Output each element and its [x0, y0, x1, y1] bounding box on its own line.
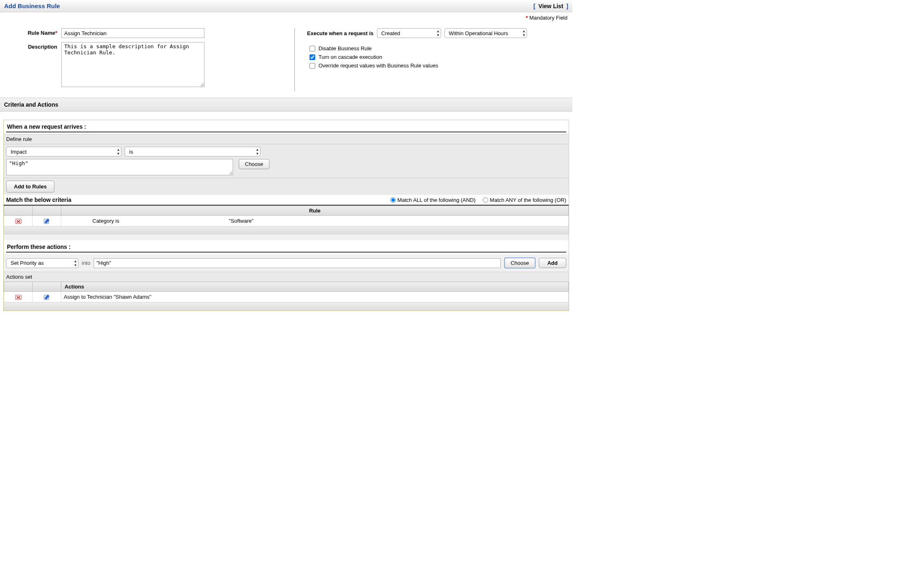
action-select[interactable]: Set Priority as	[7, 259, 78, 268]
when-arrives-heading: When a new request arrives :	[6, 122, 566, 132]
criteria-operator-select[interactable]: is	[125, 147, 260, 156]
match-criteria-label: Match the below criteria	[6, 197, 71, 203]
execute-label: Execute when a request is	[307, 30, 374, 36]
match-all-radio[interactable]	[390, 197, 396, 203]
disable-checkbox-row: Disable Business Rule	[309, 45, 568, 51]
add-to-rules-row: Add to Rules	[4, 178, 569, 195]
action-text-cell: Assign to Technician "Shawn Adams"	[61, 292, 569, 302]
rule-footer-row	[4, 226, 569, 235]
rules-table-header-blank1	[4, 206, 33, 216]
view-list-text: View List	[538, 3, 563, 9]
upper-section: Rule Name* Description This is a sample …	[0, 22, 572, 98]
delete-icon[interactable]	[15, 294, 22, 300]
page-title: Add Business Rule	[4, 2, 60, 9]
required-star-icon: *	[55, 30, 57, 36]
match-criteria-row: Match the below criteria Match ALL of th…	[4, 195, 569, 206]
criteria-operator-select-wrap: is ▴▾	[125, 147, 260, 157]
define-rule-label: Define rule	[4, 134, 569, 144]
disable-label[interactable]: Disable Business Rule	[318, 45, 372, 51]
override-checkbox[interactable]	[309, 63, 315, 69]
criteria-container: When a new request arrives : Define rule…	[0, 112, 572, 314]
delete-action-cell	[4, 292, 33, 302]
left-column: Rule Name* Description This is a sample …	[8, 28, 290, 91]
match-any-radio-item: Match ANY of the following (OR)	[483, 197, 566, 203]
edit-icon[interactable]	[44, 294, 50, 300]
rule-name-label: Rule Name*	[8, 28, 61, 38]
override-label[interactable]: Override request values with Business Ru…	[318, 63, 438, 69]
match-all-radio-item: Match ALL of the following (AND)	[390, 197, 475, 203]
edit-action-cell	[33, 292, 61, 302]
criteria-inner: When a new request arrives : Define rule…	[3, 120, 569, 311]
cascade-checkbox[interactable]	[309, 54, 315, 60]
cascade-checkbox-row: Turn on cascade execution	[309, 54, 568, 60]
description-label: Description	[8, 42, 61, 87]
disable-checkbox[interactable]	[309, 46, 315, 51]
actions-table-header-blank1	[4, 282, 33, 292]
bracket-right: ]	[563, 3, 568, 9]
cascade-label[interactable]: Turn on cascade execution	[318, 54, 382, 60]
into-label: into	[82, 260, 90, 266]
bracket-left: [	[534, 3, 538, 9]
when-arrives-band: When a new request arrives :	[4, 120, 569, 134]
choose-action-button[interactable]: Choose	[504, 257, 536, 268]
choose-criteria-button[interactable]: Choose	[239, 159, 269, 169]
delete-rule-cell	[4, 216, 33, 226]
match-any-label[interactable]: Match ANY of the following (OR)	[490, 197, 566, 203]
header-bar: Add Business Rule [ View List ]	[0, 0, 572, 12]
define-selects-row: Impact ▴▾ is ▴▾	[4, 144, 569, 159]
criteria-field-select[interactable]: Impact	[7, 147, 121, 156]
edit-icon[interactable]	[44, 218, 50, 224]
actions-table-header-blank2	[33, 282, 61, 292]
rule-field-text: Category is	[64, 218, 227, 224]
actions-set-label: Actions set	[4, 272, 569, 282]
criteria-field-select-wrap: Impact ▴▾	[6, 147, 121, 157]
actions-define-row: Set Priority as ▴▾ into Choose Add	[4, 254, 569, 272]
view-list-link[interactable]: [ View List ]	[534, 3, 568, 9]
actions-table-header-actions: Actions	[61, 282, 569, 292]
define-value-row: "High" Choose	[4, 159, 569, 178]
edit-rule-cell	[33, 216, 61, 226]
criteria-actions-header: Criteria and Actions	[0, 98, 572, 112]
divider	[6, 252, 566, 253]
divider	[6, 132, 566, 132]
rule-row: Category is "Software"	[4, 216, 569, 226]
rule-value-text: "Software"	[229, 218, 254, 224]
right-column: Execute when a request is Created ▴▾ Wit…	[294, 28, 568, 91]
action-row: Assign to Technician "Shawn Adams"	[4, 292, 569, 302]
rules-table-header-rule: Rule	[61, 206, 569, 216]
hours-select-wrap: Within Operational Hours ▴▾	[444, 28, 527, 38]
mandatory-star-icon: *	[526, 15, 528, 21]
description-textarea[interactable]: This is a sample description for Assign …	[61, 42, 204, 87]
perform-actions-heading: Perform these actions :	[6, 242, 566, 252]
rules-table: Rule	[4, 206, 569, 235]
mandatory-text: Mandatory Field	[529, 15, 567, 21]
action-footer-row	[4, 302, 569, 311]
add-to-rules-button[interactable]: Add to Rules	[6, 181, 54, 192]
description-row: Description This is a sample description…	[8, 42, 290, 87]
match-all-label[interactable]: Match ALL of the following (AND)	[397, 197, 475, 203]
rule-text-cell: Category is "Software"	[61, 216, 569, 226]
hours-select[interactable]: Within Operational Hours	[445, 29, 527, 38]
add-action-button[interactable]: Add	[539, 258, 566, 268]
perform-actions-band: Perform these actions :	[4, 240, 569, 254]
trigger-select-wrap: Created ▴▾	[377, 28, 441, 38]
action-select-wrap: Set Priority as ▴▾	[6, 258, 78, 268]
criteria-value-textarea[interactable]: "High"	[6, 159, 233, 175]
rules-table-header-blank2	[33, 206, 61, 216]
match-any-radio[interactable]	[483, 197, 488, 203]
match-options: Match ALL of the following (AND) Match A…	[390, 197, 566, 203]
actions-table: Actions	[4, 282, 569, 311]
rule-name-input[interactable]	[61, 28, 204, 38]
execute-row: Execute when a request is Created ▴▾ Wit…	[307, 28, 568, 38]
action-value-input[interactable]	[94, 258, 501, 268]
delete-icon[interactable]	[15, 218, 22, 224]
trigger-select[interactable]: Created	[377, 29, 441, 38]
mandatory-note: * Mandatory Field	[0, 12, 572, 22]
rule-name-row: Rule Name*	[8, 28, 290, 38]
override-checkbox-row: Override request values with Business Ru…	[309, 63, 568, 69]
